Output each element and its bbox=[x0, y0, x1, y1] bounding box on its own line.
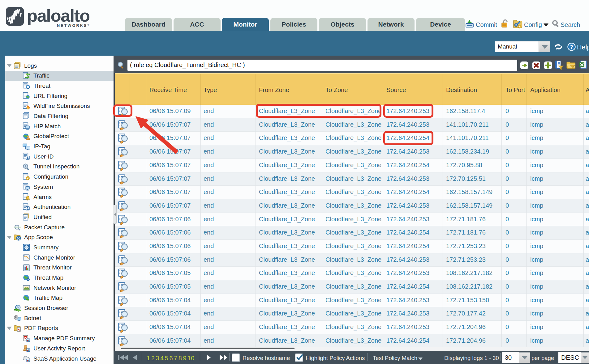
svg-text:?: ? bbox=[570, 44, 573, 50]
